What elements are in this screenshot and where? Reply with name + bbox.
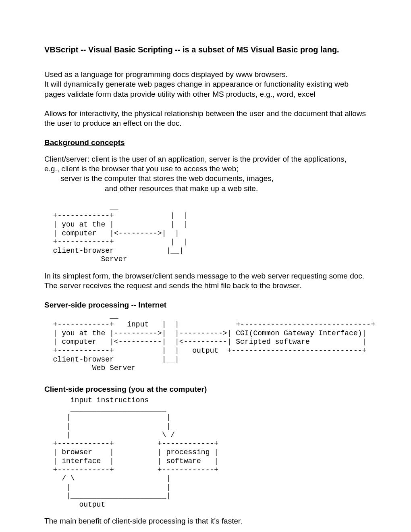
cs-line-1: Client/server: client is the user of an …	[44, 154, 367, 164]
background-concepts-heading: Background concepts	[44, 138, 367, 147]
intro-paragraph: Used as a language for programming docs …	[44, 70, 367, 99]
client-server-block: Client/server: client is the user of an …	[44, 154, 367, 193]
simplest-form-paragraph: In its simplest form, the browser/client…	[44, 271, 367, 291]
server-side-heading: Server-side processing -- Internet	[44, 301, 367, 310]
cs-line-2: e.g., client is the browser that you use…	[44, 164, 367, 174]
intro-line-2: It will dynamically generate web pages c…	[44, 79, 367, 99]
diagram-server-side: __ +------------+ input | | +-----------…	[44, 312, 367, 373]
client-side-heading: Client-side processing (you at the compu…	[44, 385, 367, 394]
cs-line-3: server is the computer that stores the w…	[60, 174, 367, 183]
closing-paragraph: The main benefit of client-side processi…	[44, 516, 367, 526]
diagram-client-side: input instructions _____________________…	[44, 396, 367, 509]
page-title: VBScript -- Visual Basic Scripting -- is…	[44, 45, 367, 54]
document-page: VBScript -- Visual Basic Scripting -- is…	[0, 0, 411, 532]
interactivity-paragraph: Allows for interactivity, the physical r…	[44, 109, 367, 129]
diagram-client-server: __ +------------+ | | | you at the | | |…	[44, 203, 367, 264]
intro-line-1: Used as a language for programming docs …	[44, 70, 367, 79]
cs-line-4: and other resources that make up a web s…	[105, 184, 367, 193]
